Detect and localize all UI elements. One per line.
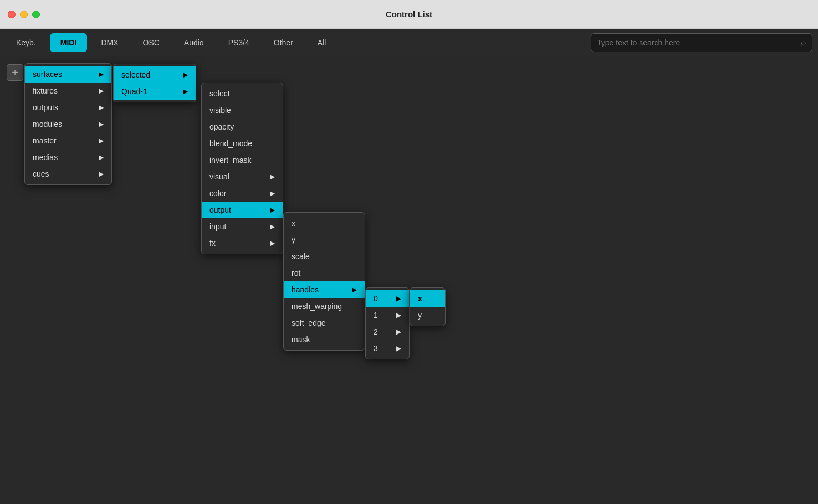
menu-item-fx[interactable]: fx ▶: [202, 235, 283, 251]
menu-level2: selected ▶ Quad-1 ▶ select: [113, 64, 196, 102]
minimize-button[interactable]: [20, 11, 28, 18]
menu-item-handle-y[interactable]: y: [410, 307, 445, 323]
menu-item-blend-mode[interactable]: blend_mode: [202, 135, 283, 152]
traffic-lights: [8, 11, 40, 18]
menu-level4-wrap: x y scale rot: [283, 212, 365, 351]
arrow-icon: ▶: [183, 71, 188, 79]
maximize-button[interactable]: [32, 11, 40, 18]
arrow-icon: ▶: [396, 344, 401, 352]
tab-dmx[interactable]: DMX: [90, 33, 129, 52]
arrow-icon: ▶: [352, 286, 357, 294]
arrow-icon: ▶: [99, 137, 104, 145]
arrow-icon: ▶: [270, 239, 275, 247]
arrow-icon: ▶: [99, 70, 104, 78]
menu-item-visual[interactable]: visual ▶: [202, 168, 283, 185]
arrow-icon: ▶: [270, 223, 275, 230]
titlebar: Control List: [0, 0, 818, 29]
arrow-icon: ▶: [99, 87, 104, 95]
menu-item-handles[interactable]: handles ▶: [284, 281, 365, 298]
menu-item-outputs[interactable]: outputs ▶: [25, 99, 111, 116]
arrow-icon: ▶: [99, 153, 104, 161]
menu-level5: 0 ▶ 1 ▶ 2: [365, 287, 410, 359]
arrow-icon: ▶: [99, 120, 104, 128]
menu-item-rot[interactable]: rot: [284, 265, 365, 281]
menu-item-medias[interactable]: medias ▶: [25, 149, 111, 166]
menu-item-master[interactable]: master ▶: [25, 132, 111, 149]
menu-item-handle1[interactable]: 1 ▶: [366, 307, 409, 323]
tab-audio[interactable]: Audio: [173, 33, 214, 52]
search-box: ⌕: [591, 33, 812, 52]
close-button[interactable]: [8, 11, 16, 18]
menu-level6-wrap: x y: [410, 287, 446, 326]
arrow-icon: ▶: [270, 206, 275, 214]
menu-level6: x y: [410, 287, 446, 326]
menu-item-soft-edge[interactable]: soft_edge: [284, 315, 365, 331]
menu-item-input[interactable]: input ▶: [202, 218, 283, 235]
menu-level2-wrap: selected ▶ Quad-1 ▶ select: [113, 64, 196, 102]
arrow-icon: ▶: [396, 311, 401, 319]
menu-level1: surfaces ▶ fixtures ▶ outputs ▶ modules …: [24, 63, 112, 185]
menu-item-x[interactable]: x: [284, 215, 365, 232]
arrow-icon: ▶: [396, 295, 401, 302]
menu-item-output[interactable]: output ▶: [202, 202, 283, 218]
arrow-icon: ▶: [99, 170, 104, 178]
menu-item-scale[interactable]: scale: [284, 248, 365, 265]
menu-item-mask[interactable]: mask: [284, 331, 365, 348]
menu-item-surfaces[interactable]: surfaces ▶: [25, 66, 111, 83]
arrow-icon: ▶: [270, 173, 275, 181]
menu-item-color[interactable]: color ▶: [202, 185, 283, 202]
tabbar: Keyb. MIDI DMX OSC Audio PS3/4 Other All…: [0, 29, 818, 56]
menu-item-mesh-warping[interactable]: mesh_warping: [284, 298, 365, 315]
add-button[interactable]: +: [7, 64, 23, 81]
add-icon: +: [12, 66, 18, 79]
menu-item-modules[interactable]: modules ▶: [25, 116, 111, 132]
menu-item-handle2[interactable]: 2 ▶: [366, 323, 409, 340]
menu-item-opacity[interactable]: opacity: [202, 119, 283, 135]
arrow-icon: ▶: [270, 189, 275, 197]
menu-item-cues[interactable]: cues ▶: [25, 166, 111, 182]
main-area: + surfaces ▶ fixtures ▶ outputs ▶ module…: [0, 56, 818, 504]
menu-item-handle3[interactable]: 3 ▶: [366, 340, 409, 357]
arrow-icon: ▶: [183, 88, 188, 95]
menu-level5-wrap: 0 ▶ 1 ▶ 2: [365, 287, 410, 359]
menu-item-y[interactable]: y: [284, 232, 365, 248]
search-icon: ⌕: [801, 38, 806, 48]
tab-osc[interactable]: OSC: [132, 33, 170, 52]
menu-level4: x y scale rot: [283, 212, 365, 351]
tab-ps34[interactable]: PS3/4: [218, 33, 260, 52]
menu-item-handle0[interactable]: 0 ▶: [366, 290, 409, 307]
search-input[interactable]: [597, 38, 796, 47]
arrow-icon: ▶: [396, 328, 401, 336]
menu-level3-wrap: select visible opacity blend_mode: [201, 83, 283, 254]
tab-other[interactable]: Other: [263, 33, 304, 52]
arrow-icon: ▶: [99, 104, 104, 111]
menu-item-select[interactable]: select: [202, 85, 283, 102]
tab-keyb[interactable]: Keyb.: [6, 33, 47, 52]
menu-level3: select visible opacity blend_mode: [201, 83, 283, 254]
dark-overlay: [0, 56, 818, 504]
window-title: Control List: [386, 9, 432, 19]
menu-item-invert-mask[interactable]: invert_mask: [202, 152, 283, 168]
tab-midi[interactable]: MIDI: [50, 33, 88, 52]
menu-item-visible[interactable]: visible: [202, 102, 283, 119]
menu-item-quad1[interactable]: Quad-1 ▶: [114, 83, 196, 100]
menu-item-selected[interactable]: selected ▶: [114, 66, 196, 83]
menu-item-fixtures[interactable]: fixtures ▶: [25, 83, 111, 99]
menu-item-handle-x[interactable]: x: [410, 290, 445, 307]
tab-all[interactable]: All: [307, 33, 337, 52]
